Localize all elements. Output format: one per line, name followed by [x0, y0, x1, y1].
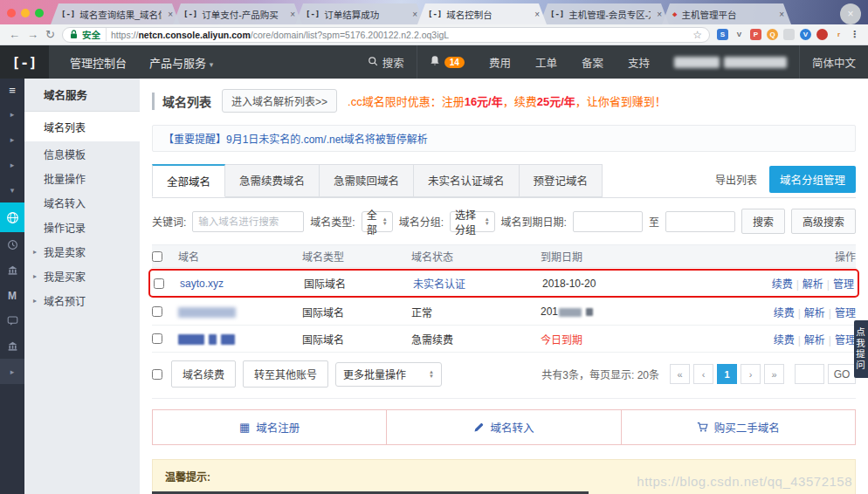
tab-close-icon[interactable]: × [777, 10, 786, 19]
chrome-menu-icon[interactable]: ⋮ [850, 29, 859, 40]
type-select[interactable]: 全部▲▼ [362, 211, 393, 232]
first-page-button[interactable]: « [670, 364, 690, 384]
status-link[interactable]: 未实名认证 [413, 278, 465, 291]
adblock-extension-icon[interactable] [816, 29, 828, 40]
aliyun-logo[interactable]: [-] [0, 45, 49, 79]
account-menu[interactable] [662, 45, 799, 79]
browser-tab-2[interactable]: [-] 订单支付-产品购买 × [173, 3, 302, 24]
tab-redeem-needed[interactable]: 急需赎回域名 [320, 164, 414, 197]
select-all-checkbox[interactable] [152, 251, 162, 262]
collapse-menu-icon[interactable]: ≡ [0, 79, 24, 101]
more-batch-select[interactable]: 更多批量操作▲▼ [335, 362, 442, 387]
extension-icon[interactable] [783, 29, 795, 40]
export-list-link[interactable]: 导出列表 [715, 172, 757, 187]
expand-arrow-icon[interactable]: ▸ [0, 101, 24, 127]
notifications[interactable]: 14 [417, 45, 477, 79]
domain-link[interactable]: sayto.xyz [180, 278, 224, 290]
sidebar-item-domain-list[interactable]: 域名列表 [24, 112, 140, 141]
extension-icon[interactable]: P [750, 29, 761, 40]
tab-close-icon[interactable]: × [533, 10, 541, 19]
browser-tab-1[interactable]: [-] 域名查询结果_域名信息_二手 × [51, 3, 180, 24]
extension-icon[interactable]: Q [767, 29, 778, 40]
manage-link[interactable]: 管理 [835, 334, 856, 346]
keyword-input[interactable] [192, 211, 304, 232]
resolve-link[interactable]: 解析 [804, 307, 825, 319]
browser-tab-3[interactable]: [-] 订单结算成功 × [295, 3, 424, 24]
register-domain-button[interactable]: ▦ 域名注册 [153, 410, 386, 444]
prev-page-button[interactable]: ‹ [693, 364, 713, 384]
resolve-link[interactable]: 解析 [804, 334, 825, 346]
sidebar-item-preorder[interactable]: ▸域名预订 [24, 288, 140, 312]
feedback-vertical-tab[interactable]: 点我提问 [854, 320, 868, 378]
row-checkbox[interactable] [154, 278, 164, 289]
renew-link[interactable]: 续费 [772, 278, 793, 291]
search-button[interactable]: 搜索 [741, 209, 785, 234]
extension-icon[interactable]: r [833, 29, 844, 40]
sidebar-item-buyer[interactable]: ▸我是买家 [24, 264, 140, 288]
tab-preregistered[interactable]: 预登记域名 [520, 164, 603, 197]
bookmark-star-icon[interactable]: ☆ [692, 29, 702, 41]
tab-close-icon[interactable]: × [166, 10, 175, 19]
notice-link[interactable]: 【重要提醒】9月1日未实名的.com/.net域名将被暂停解析 [163, 134, 428, 146]
window-zoom-button[interactable] [35, 9, 44, 17]
transfer-in-button[interactable]: 域名转入 [386, 410, 620, 444]
expiry-end-input[interactable] [665, 211, 735, 232]
address-bar[interactable]: 安全 https://netcn.console.aliyun.com/core… [62, 27, 710, 43]
browser-tab-4-active[interactable]: [-] 域名控制台 × [417, 3, 547, 24]
renew-link[interactable]: 续费 [774, 307, 795, 319]
resolve-link[interactable]: 解析 [803, 278, 823, 291]
nav-support-link[interactable]: 支持 [616, 45, 662, 79]
row-checkbox[interactable] [152, 306, 162, 317]
renew-link[interactable]: 续费 [774, 334, 795, 346]
forward-icon[interactable]: → [27, 28, 38, 41]
console-home-link[interactable]: 管理控制台 [70, 54, 127, 71]
expiry-start-input[interactable] [573, 211, 643, 232]
domains-globe-icon[interactable] [0, 202, 24, 232]
group-manage-button[interactable]: 域名分组管理 [769, 166, 856, 193]
extension-icon[interactable]: V [800, 29, 811, 40]
manage-link[interactable]: 管理 [833, 278, 854, 291]
expand-arrow-icon[interactable]: ▸ [0, 152, 24, 177]
overlay-close-button[interactable]: × [840, 3, 861, 24]
extension-icon[interactable]: V [734, 29, 745, 40]
history-clock-icon[interactable] [0, 232, 24, 257]
tab-close-icon[interactable]: × [655, 10, 664, 19]
bank-building-icon[interactable] [0, 333, 24, 359]
window-close-button[interactable] [7, 9, 16, 17]
nav-beian-link[interactable]: 备案 [569, 45, 616, 79]
dns-list-button[interactable]: 进入域名解析列表>> [222, 89, 337, 113]
page-jump-input[interactable] [795, 364, 824, 384]
browser-tab-6[interactable]: ◆ 主机管理平台 × [662, 3, 791, 24]
reload-icon[interactable]: ↻ [45, 28, 55, 41]
collapse-arrow-icon[interactable]: ▾ [0, 177, 24, 202]
row-checkbox[interactable] [152, 333, 162, 344]
tab-renew-needed[interactable]: 急需续费域名 [225, 164, 320, 197]
products-menu[interactable]: 产品与服务 ▾ [149, 54, 213, 71]
expand-arrow-icon[interactable]: ▸ [0, 127, 24, 152]
batch-transfer-button[interactable]: 转至其他账号 [243, 360, 328, 388]
advanced-search-button[interactable]: 高级搜索 [791, 209, 856, 234]
last-page-button[interactable]: » [764, 364, 784, 384]
sidebar-item-op-history[interactable]: 操作记录 [24, 215, 140, 239]
batch-renew-button[interactable]: 域名续费 [171, 360, 236, 388]
tab-all-domains[interactable]: 全部域名 [152, 164, 225, 197]
nav-fee-link[interactable]: 费用 [477, 45, 523, 79]
manage-link[interactable]: 管理 [835, 307, 856, 319]
next-page-button[interactable]: › [741, 364, 761, 384]
back-icon[interactable]: ← [9, 28, 20, 41]
select-all-checkbox[interactable] [152, 369, 162, 380]
tab-close-icon[interactable]: × [288, 10, 297, 19]
browser-tab-5[interactable]: [-] 主机管理-会员专区-万网(ww × [540, 3, 669, 24]
bank-building-icon[interactable] [0, 257, 24, 283]
sidebar-item-transfer-in[interactable]: 域名转入 [24, 190, 140, 215]
sidebar-item-info-template[interactable]: 信息模板 [24, 141, 140, 166]
extension-icon[interactable]: S [717, 29, 728, 40]
tab-unverified[interactable]: 未实名认证域名 [414, 164, 520, 197]
chat-icon[interactable] [0, 308, 24, 333]
tab-close-icon[interactable]: × [410, 10, 419, 19]
market-m-icon[interactable]: M [0, 283, 24, 308]
sidebar-item-seller[interactable]: ▸我是卖家 [24, 239, 140, 264]
group-select[interactable]: 选择分组▲▼ [450, 211, 495, 232]
nav-ticket-link[interactable]: 工单 [523, 45, 569, 79]
window-minimize-button[interactable] [21, 9, 30, 17]
